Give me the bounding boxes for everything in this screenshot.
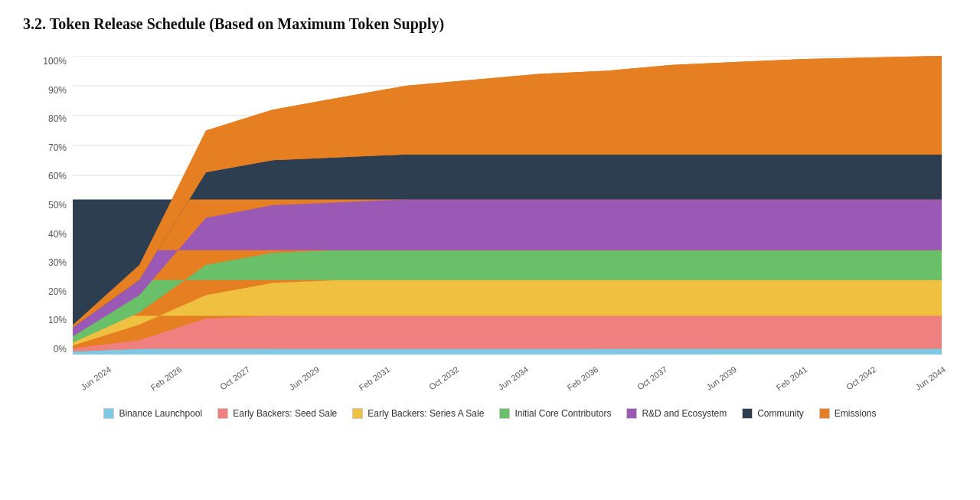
y-axis: 100% 90% 80% 70% 60% 50% 40% 30% 20% 10%…: [31, 56, 73, 355]
series-a-label: Early Backers: Series A Sale: [368, 408, 484, 419]
y-label-100: 100%: [43, 56, 67, 67]
x-label-oct2027: Oct 2027: [219, 364, 252, 391]
core-contrib-swatch: [499, 408, 510, 419]
chart-container: 100% 90% 80% 70% 60% 50% 40% 30% 20% 10%…: [31, 48, 949, 400]
seed-sale-swatch: [217, 408, 228, 419]
chart-legend: Binance Launchpool Early Backers: Seed S…: [23, 408, 957, 419]
community-label: Community: [757, 408, 804, 419]
series-a-swatch: [352, 408, 363, 419]
x-axis: Jun 2024 Feb 2026 Oct 2027 Jun 2029 Feb …: [73, 364, 942, 374]
emissions-label: Emissions: [835, 408, 877, 419]
x-label-jun2044: Jun 2044: [913, 364, 947, 392]
y-label-50: 50%: [48, 200, 67, 211]
legend-community: Community: [742, 408, 804, 419]
legend-seed-sale: Early Backers: Seed Sale: [217, 408, 337, 419]
seed-sale-area: [73, 316, 942, 352]
x-label-jun2024: Jun 2024: [79, 364, 113, 392]
binance-label: Binance Launchpool: [119, 408, 202, 419]
x-label-jun2029: Jun 2029: [288, 364, 322, 392]
x-label-oct2037: Oct 2037: [635, 364, 668, 391]
x-label-feb2031: Feb 2031: [357, 364, 391, 392]
y-label-40: 40%: [48, 229, 67, 240]
x-label-oct2042: Oct 2042: [844, 364, 877, 391]
community-swatch: [742, 408, 753, 419]
legend-emissions: Emissions: [819, 408, 877, 419]
x-label-feb2026: Feb 2026: [149, 364, 183, 392]
legend-core-contrib: Initial Core Contributors: [499, 408, 611, 419]
x-label-feb2041: Feb 2041: [774, 364, 808, 392]
legend-rnd: R&D and Ecosystem: [626, 408, 727, 419]
y-label-10: 10%: [48, 315, 67, 325]
core-contrib-label: Initial Core Contributors: [514, 408, 611, 419]
y-label-30: 30%: [48, 257, 67, 268]
chart-title: 3.2. Token Release Schedule (Based on Ma…: [23, 15, 957, 33]
x-label-jun2039: Jun 2039: [704, 364, 738, 392]
rnd-swatch: [626, 408, 637, 419]
x-label-jun2034: Jun 2034: [496, 364, 530, 392]
y-label-70: 70%: [48, 142, 67, 153]
y-label-90: 90%: [48, 85, 67, 96]
y-label-60: 60%: [48, 171, 67, 181]
emissions-swatch: [819, 408, 830, 419]
seed-sale-label: Early Backers: Seed Sale: [233, 408, 337, 419]
y-label-0: 0%: [54, 344, 67, 355]
stacked-area-chart: [73, 56, 942, 355]
x-label-feb2036: Feb 2036: [566, 364, 600, 392]
legend-binance: Binance Launchpool: [103, 408, 202, 419]
rnd-label: R&D and Ecosystem: [642, 408, 727, 419]
chart-svg-area: [73, 56, 942, 355]
y-label-80: 80%: [48, 113, 67, 124]
legend-series-a: Early Backers: Series A Sale: [352, 408, 484, 419]
x-label-oct2032: Oct 2032: [427, 364, 460, 391]
y-label-20: 20%: [48, 286, 67, 297]
binance-swatch: [103, 408, 114, 419]
